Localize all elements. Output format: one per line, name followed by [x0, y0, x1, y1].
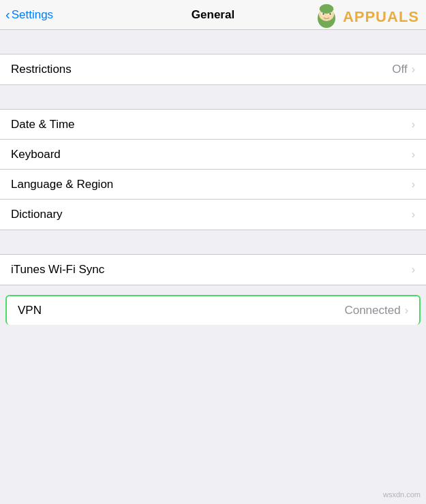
svg-point-5	[329, 13, 331, 14]
back-chevron-icon: ‹	[5, 7, 10, 21]
date-time-chevron-icon: ›	[412, 119, 415, 131]
date-time-label: Date & Time	[11, 118, 75, 131]
appuals-text: APPUALS	[343, 8, 419, 26]
restrictions-right: Off ›	[392, 63, 415, 76]
keyboard-chevron-icon: ›	[412, 148, 415, 161]
language-region-label: Language & Region	[11, 178, 113, 191]
itunes-wifi-label: iTunes Wi-Fi Sync	[11, 263, 104, 277]
language-region-right: ›	[412, 178, 415, 191]
back-label: Settings	[12, 8, 53, 22]
date-time-row[interactable]: Date & Time ›	[0, 110, 426, 140]
back-button[interactable]: ‹ Settings	[5, 8, 53, 22]
appuals-watermark: APPUALS	[313, 3, 419, 31]
navigation-bar: ‹ Settings General APPUALS	[0, 0, 426, 30]
language-region-row[interactable]: Language & Region ›	[0, 170, 426, 200]
restrictions-section: Restrictions Off ›	[0, 54, 426, 85]
dictionary-chevron-icon: ›	[412, 208, 415, 221]
itunes-section: iTunes Wi-Fi Sync ›	[0, 254, 426, 285]
section-gap-vpn	[0, 285, 426, 292]
page-title: General	[192, 8, 234, 22]
restrictions-label: Restrictions	[11, 63, 72, 76]
vpn-label: VPN	[18, 304, 42, 317]
keyboard-label: Keyboard	[11, 148, 61, 161]
date-time-right: ›	[412, 119, 415, 131]
svg-point-4	[322, 13, 324, 14]
keyboard-row[interactable]: Keyboard ›	[0, 140, 426, 170]
dictionary-right: ›	[412, 208, 415, 221]
vpn-row[interactable]: VPN Connected ›	[5, 295, 421, 325]
dictionary-row[interactable]: Dictionary ›	[0, 200, 426, 230]
itunes-wifi-chevron-icon: ›	[412, 264, 415, 276]
restrictions-row[interactable]: Restrictions Off ›	[0, 54, 426, 84]
keyboard-right: ›	[412, 148, 415, 161]
section-gap-middle	[0, 85, 426, 109]
vpn-right: Connected ›	[344, 304, 408, 317]
section-gap-top	[0, 30, 426, 54]
restrictions-value: Off	[392, 63, 407, 76]
wsxdn-watermark: wsxdn.com	[383, 490, 421, 499]
vpn-section-wrapper: VPN Connected ›	[0, 292, 426, 328]
appuals-mascot-icon	[313, 3, 340, 31]
section-gap-bottom	[0, 230, 426, 254]
restrictions-chevron-icon: ›	[412, 63, 415, 76]
general-settings-section: Date & Time › Keyboard › Language & Regi…	[0, 109, 426, 230]
itunes-wifi-row[interactable]: iTunes Wi-Fi Sync ›	[0, 255, 426, 285]
vpn-chevron-icon: ›	[405, 304, 408, 317]
language-region-chevron-icon: ›	[412, 178, 415, 191]
itunes-wifi-right: ›	[412, 264, 415, 276]
dictionary-label: Dictionary	[11, 208, 63, 221]
wsxdn-text: wsxdn.com	[383, 490, 421, 499]
vpn-value: Connected	[344, 304, 400, 317]
